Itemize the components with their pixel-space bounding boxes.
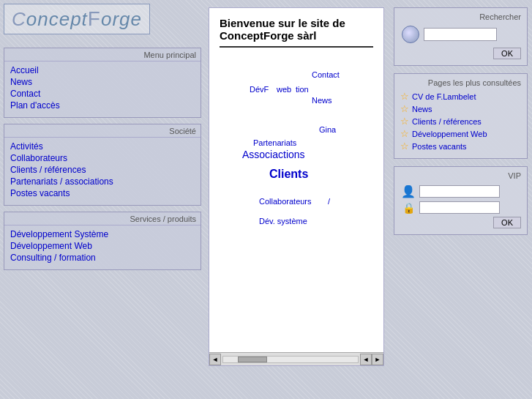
nav-postes-vacants[interactable]: Postes vacants	[4, 187, 201, 199]
right-sidebar: Rechercher OK Pages les plus consultées …	[394, 7, 528, 235]
vip-password-input[interactable]	[419, 201, 500, 214]
societe-title: Société	[4, 124, 201, 138]
vip-box: VIP 👤 🔒 OK	[394, 166, 528, 235]
pages-link-3: ☆ Développement Web	[400, 127, 521, 140]
scroll-right-button[interactable]: ◄	[360, 354, 372, 365]
scroll-left-button[interactable]: ◄	[209, 354, 221, 365]
vip-lock-icon: 🔒	[400, 202, 416, 214]
menu-principal-box: Menu principal Accueil News Contact Plan…	[4, 48, 201, 118]
float-contact[interactable]: Contact	[312, 70, 340, 79]
float-dev-systeme[interactable]: Dév. système	[259, 217, 307, 225]
nav-partenariats[interactable]: Partenariats / associations	[4, 176, 201, 187]
pages-postes-vacants[interactable]: Postes vacants	[412, 142, 467, 151]
pages-link-2: ☆ Clients / références	[400, 115, 521, 127]
vip-user-icon: 👤	[400, 183, 416, 199]
pages-news[interactable]: News	[412, 105, 432, 113]
menu-principal-title: Menu principal	[4, 48, 201, 61]
star-icon-1: ☆	[400, 103, 409, 114]
search-box: Rechercher OK	[394, 7, 528, 66]
float-gina[interactable]: Gina	[319, 125, 336, 134]
vip-user-row: 👤	[400, 183, 521, 199]
nav-consulting[interactable]: Consulting / formation	[4, 252, 201, 264]
main-title: Bienvenue sur le site deConceptForge sàr…	[220, 17, 373, 48]
scroll-thumb[interactable]	[238, 357, 267, 362]
float-collaborateurs[interactable]: Collaborateurs	[259, 197, 312, 206]
scroll-track[interactable]	[222, 356, 359, 363]
search-ok-button[interactable]: OK	[493, 48, 521, 59]
left-sidebar: Menu principal Accueil News Contact Plan…	[4, 48, 201, 276]
nav-dev-systeme[interactable]: Développement Système	[4, 228, 201, 240]
scroll-right-arrows: ◄ ►	[360, 354, 383, 365]
star-icon-2: ☆	[400, 116, 409, 127]
pages-link-1: ☆ News	[400, 102, 521, 115]
main-scrollbar: ◄ ◄ ►	[209, 352, 383, 365]
float-devf[interactable]: DévF	[250, 85, 269, 94]
star-icon-0: ☆	[400, 91, 409, 102]
pages-link-4: ☆ Postes vacants	[400, 140, 521, 152]
nav-news[interactable]: News	[4, 76, 201, 88]
search-title: Rechercher	[400, 12, 521, 21]
float-clients[interactable]: Clients	[269, 168, 308, 181]
float-associactions[interactable]: Associactions	[242, 149, 305, 160]
main-inner: Bienvenue sur le site deConceptForge sàr…	[209, 8, 383, 61]
search-icon	[402, 26, 419, 43]
nav-contact[interactable]: Contact	[4, 88, 201, 100]
nav-dev-web[interactable]: Développement Web	[4, 240, 201, 252]
float-tion[interactable]: tion	[296, 85, 309, 94]
nav-accueil[interactable]: Accueil	[4, 64, 201, 76]
pages-cv[interactable]: CV de F.Lambelet	[412, 92, 476, 101]
star-icon-4: ☆	[400, 141, 409, 152]
search-content	[400, 24, 521, 45]
search-input[interactable]	[424, 28, 497, 41]
nav-collaborateurs[interactable]: Collaborateurs	[4, 152, 201, 164]
nav-clients-references[interactable]: Clients / références	[4, 164, 201, 176]
float-slash: /	[328, 197, 330, 206]
float-partenariats[interactable]: Partenariats	[253, 138, 296, 147]
header: ConceptForge	[4, 4, 201, 44]
vip-password-row: 🔒	[400, 201, 521, 214]
pages-link-0: ☆ CV de F.Lambelet	[400, 90, 521, 102]
pages-consultees-box: Pages les plus consultées ☆ CV de F.Lamb…	[394, 73, 528, 159]
nav-activites[interactable]: Activités	[4, 141, 201, 152]
main-content: Bienvenue sur le site deConceptForge sàr…	[209, 7, 384, 366]
vip-ok-button[interactable]: OK	[493, 217, 521, 228]
float-web[interactable]: web	[277, 85, 291, 94]
services-title: Services / produits	[4, 212, 201, 225]
logo: ConceptForge	[4, 4, 150, 34]
pages-clients-references[interactable]: Clients / références	[412, 117, 482, 126]
vip-title: VIP	[400, 171, 521, 180]
pages-consultees-title: Pages les plus consultées	[400, 78, 521, 87]
star-icon-3: ☆	[400, 128, 409, 139]
pages-dev-web[interactable]: Développement Web	[412, 130, 487, 138]
scroll-right-button2[interactable]: ►	[372, 354, 383, 365]
nav-plan-dacces[interactable]: Plan d'accès	[4, 100, 201, 111]
vip-username-input[interactable]	[419, 185, 500, 198]
search-icon-area	[400, 24, 421, 45]
societe-box: Société Activités Collaborateurs Clients…	[4, 124, 201, 206]
services-box: Services / produits Développement Systèm…	[4, 212, 201, 270]
float-news[interactable]: News	[312, 96, 332, 105]
